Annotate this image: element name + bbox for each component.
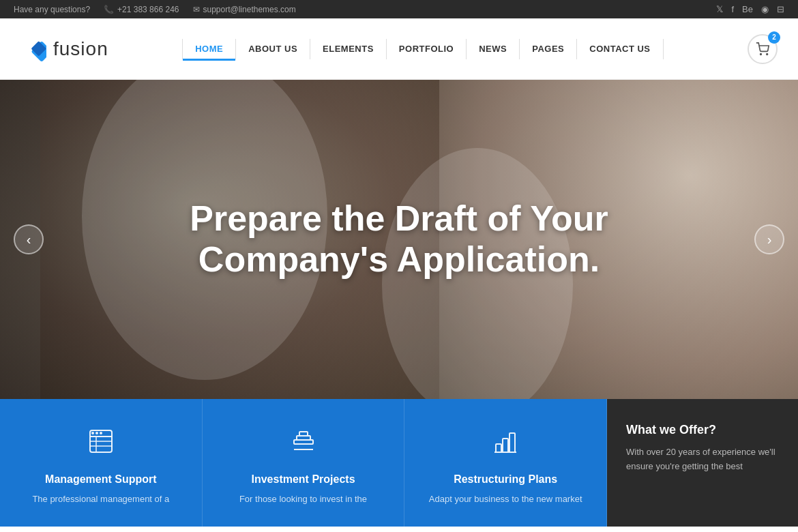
nav-home[interactable]: HOME [182,39,236,59]
phone-icon: 📞 [104,5,114,14]
feature-management: Management Support The professional mana… [0,399,203,527]
logo[interactable]: fusion [20,36,108,62]
main-nav: HOME ABOUT US ELEMENTS PORTFOLIO NEWS PA… [182,39,663,59]
feature-2-title: Investment Projects [223,473,384,486]
next-icon: › [767,232,772,248]
email-info: ✉ support@linethemes.com [193,5,296,14]
feature-investment: Investment Projects For those looking to… [203,399,405,527]
svg-point-2 [760,53,762,55]
feature-1-title: Management Support [20,473,181,486]
email-address: support@linethemes.com [203,5,296,14]
top-bar-contact: Have any questions? 📞 +21 383 866 246 ✉ … [14,5,296,14]
feature-3-desc: Adapt your business to the new market [425,492,586,506]
nav-about[interactable]: ABOUT US [236,39,310,59]
hero-content: Prepare the Draft of Your Company's Appl… [160,198,638,280]
logo-text: fusion [53,38,108,60]
question-text: Have any questions? [14,5,90,14]
nav-contact[interactable]: CONTACT US [577,39,663,59]
hero-title: Prepare the Draft of Your Company's Appl… [160,198,638,280]
svg-point-12 [95,432,98,434]
phone-number: +21 383 866 246 [117,5,179,14]
svg-point-13 [100,432,102,434]
svg-rect-16 [299,432,308,436]
investment-icon [223,426,384,462]
slider-prev-button[interactable]: ‹ [14,224,44,254]
offer-desc: With over 20 years of experience we'll e… [626,445,779,474]
slider-next-button[interactable]: › [754,224,784,254]
offer-box: What we Offer? With over 20 years of exp… [607,399,798,527]
nav-elements[interactable]: ELEMENTS [310,39,387,59]
feature-2-desc: For those looking to invest in the [223,492,384,506]
social-links: 𝕏 f Be ◉ ⊟ [716,4,784,14]
email-icon: ✉ [193,5,200,14]
prev-icon: ‹ [27,232,31,248]
phone-info: 📞 +21 383 866 246 [104,5,179,14]
facebook-icon[interactable]: f [731,4,734,14]
cart-badge: 2 [768,31,780,44]
feature-restructuring: Restructuring Plans Adapt your business … [404,399,607,527]
twitter-icon[interactable]: 𝕏 [716,4,723,14]
svg-point-3 [767,53,768,55]
management-icon [20,426,181,462]
nav-portfolio[interactable]: PORTFOLIO [387,39,467,59]
svg-rect-20 [509,433,515,452]
restructuring-icon [425,426,586,462]
behance-icon[interactable]: Be [742,4,753,14]
svg-rect-18 [496,444,501,452]
nav-pages[interactable]: PAGES [520,39,577,59]
hero-section: Prepare the Draft of Your Company's Appl… [0,80,798,399]
svg-point-11 [91,432,94,434]
features-section: Management Support The professional mana… [0,399,798,527]
offer-title: What we Offer? [626,423,779,437]
feature-1-desc: The professional management of a [20,492,181,506]
spotify-icon[interactable]: ◉ [761,4,769,14]
nav-news[interactable]: NEWS [467,39,520,59]
header: fusion HOME ABOUT US ELEMENTS PORTFOLIO … [0,18,798,80]
cart-icon [756,42,769,56]
logo-icon [20,36,46,62]
rss-icon[interactable]: ⊟ [777,4,784,14]
cart-button[interactable]: 2 [748,34,778,64]
svg-rect-19 [503,439,508,452]
feature-3-title: Restructuring Plans [425,473,586,486]
top-bar: Have any questions? 📞 +21 383 866 246 ✉ … [0,0,798,18]
